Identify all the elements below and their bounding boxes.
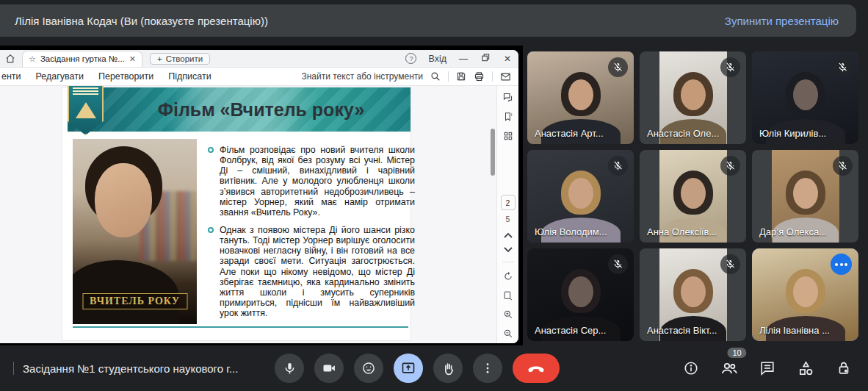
bullet-item: Фільм розповідає про новий вчителя школи… [208,145,415,218]
close-window-icon[interactable]: ✕ [502,54,513,64]
participant-tile[interactable]: Дар’я Олекса... [752,150,858,243]
total-pages-label: 5 [506,215,510,223]
mic-off-icon [608,156,628,176]
pdf-app-window: ☆ Засідання гуртка №... ✕ + Створити ? В… [0,50,518,343]
participant-tile[interactable]: Анастасія Вікт... [640,248,746,341]
participant-name: Анастасія Арт... [535,128,628,139]
camera-button[interactable] [314,354,344,383]
bullet-marker [208,227,214,233]
presenting-banner: Лілія Іванівна Кодач (Ви (показуєте през… [0,4,856,37]
participant-name: Юлія Кирилів... [759,128,853,139]
participant-name: Анастасія Сер... [535,325,628,336]
stop-presenting-button[interactable]: Зупинити презентацію [725,15,839,27]
tab-close-icon[interactable]: ✕ [129,54,136,64]
help-icon[interactable]: ? [405,53,416,64]
poster-caption: ВЧИТЕЛЬ РОКУ [82,293,187,309]
meeting-title: Засідання №1 студентського наукового г..… [23,362,238,375]
create-button[interactable]: + Створити [150,53,210,65]
tab-title: Засідання гуртка №... [40,54,125,63]
participant-tile[interactable]: Анастасія Оле... [640,51,746,144]
save-icon[interactable] [456,71,466,82]
slide-title: Фільм «Вчитель року» [112,87,411,132]
chat-button[interactable] [758,359,777,378]
zoom-out-icon[interactable] [503,329,513,339]
participant-tile[interactable]: Юлія Кирилів... [752,51,858,144]
scrollbar-thumb[interactable] [491,129,495,176]
document-tab[interactable]: ☆ Засідання гуртка №... ✕ [22,51,142,67]
people-button[interactable]: 10 [720,359,739,378]
mic-off-icon [608,57,628,77]
home-icon[interactable] [4,53,16,65]
participant-tile[interactable]: Анастасія Арт... [527,51,634,144]
participant-tile[interactable]: Анастасія Сер... [527,248,634,341]
star-icon[interactable]: ☆ [29,54,36,64]
participant-name: Анастасія Оле... [647,128,740,139]
menu-item-clipped[interactable]: енти [1,71,21,82]
previous-page-icon[interactable] [504,232,513,238]
fit-page-icon[interactable] [503,290,513,301]
zoom-in-icon[interactable] [503,309,513,320]
slide-divider [73,326,408,328]
tile-more-options-button[interactable] [831,254,852,275]
shared-screen-stage: ☆ Засідання гуртка №... ✕ + Створити ? В… [0,46,523,345]
mic-off-icon [720,254,740,274]
participant-name: Анастасія Вікт... [647,325,740,336]
menu-item-edit[interactable]: Редагувати [36,71,84,82]
bookmark-icon[interactable] [503,112,513,122]
find-text-label[interactable]: Знайти текст або інструменти [301,71,423,82]
divider [13,362,14,375]
participant-tile[interactable]: Лілія Іванівна ... [752,248,858,341]
mic-button[interactable] [275,354,304,383]
host-controls-button[interactable] [834,359,853,378]
minimize-icon[interactable]: — [458,54,469,64]
participant-count-badge: 10 [727,348,746,358]
restore-icon[interactable] [480,54,491,64]
participant-grid: Анастасія Арт... Анастасія Оле... [527,51,858,341]
mic-off-icon [720,156,740,176]
participant-name: Юлія Володим... [535,226,628,237]
participant-name: Дар’я Олекса... [759,226,853,237]
thumbnails-icon[interactable] [503,131,513,141]
print-icon[interactable] [474,71,485,82]
reactions-button[interactable] [354,354,383,383]
mic-off-icon [608,254,628,274]
pdf-menu-bar: енти Редагувати Перетворити Підписати Зн… [0,68,518,86]
plus-icon: + [157,54,162,63]
pdf-tool-sidebar: 2 5 [496,86,518,343]
participant-name: Анна Олексіїв... [647,226,740,237]
menu-item-sign[interactable]: Підписати [168,71,211,82]
participant-tile[interactable]: Юлія Володим... [527,150,634,243]
movie-poster: ВЧИТЕЛЬ РОКУ [73,139,197,324]
bullet-item: Однак з появою містера Ді його шанси різ… [208,225,415,318]
mic-off-icon [720,57,740,77]
menu-item-convert[interactable]: Перетворити [98,71,153,82]
bullet-marker [208,147,214,153]
slide-banner: Фільм «Вчитель року» [68,87,411,132]
raise-hand-button[interactable] [433,354,463,383]
next-page-icon[interactable] [504,247,513,253]
search-icon[interactable] [430,71,441,82]
rotate-icon[interactable] [503,271,513,281]
meet-bottom-bar: Засідання №1 студентського наукового г..… [0,345,868,391]
slide-bullets: Фільм розповідає про новий вчителя школи… [208,145,415,324]
pdf-canvas[interactable]: Фільм «Вчитель року» ВЧИТЕЛЬ РОКУ [0,86,496,343]
sign-in-button[interactable]: Вхід [428,54,446,64]
comments-icon[interactable] [502,92,513,103]
info-button[interactable] [681,359,701,378]
present-button[interactable] [394,354,423,383]
activities-button[interactable] [796,359,815,378]
more-options-button[interactable] [473,354,502,383]
mic-off-icon [833,156,853,176]
slide-page: Фільм «Вчитель року» ВЧИТЕЛЬ РОКУ [62,87,411,340]
end-call-button[interactable] [513,354,560,383]
browser-tab-bar: ☆ Засідання гуртка №... ✕ + Створити ? В… [0,50,518,68]
mail-icon[interactable] [500,71,511,82]
presenter-label: Лілія Іванівна Кодач (Ви (показуєте през… [15,15,268,27]
current-page-field[interactable]: 2 [501,195,516,210]
participant-tile[interactable]: Анна Олексіїв... [640,150,746,243]
participant-name: Лілія Іванівна ... [759,325,853,336]
mic-off-icon [833,57,853,77]
